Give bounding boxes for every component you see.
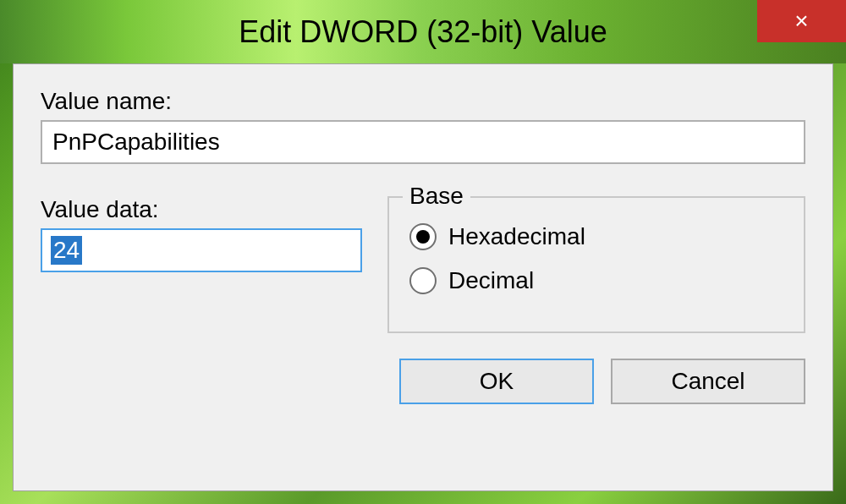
cancel-button[interactable]: Cancel [611, 359, 805, 404]
value-name-input[interactable] [41, 120, 805, 164]
radio-decimal[interactable]: Decimal [409, 267, 783, 294]
base-fieldset: Base Hexadecimal Decimal [387, 196, 805, 333]
radio-hexadecimal-label: Hexadecimal [448, 223, 585, 250]
close-button[interactable]: × [757, 0, 846, 42]
radio-hexadecimal[interactable]: Hexadecimal [409, 223, 783, 250]
radio-decimal-label: Decimal [448, 267, 534, 294]
titlebar[interactable]: Edit DWORD (32-bit) Value × [0, 0, 846, 63]
radio-circle-icon [409, 223, 437, 250]
radio-dot-icon [416, 230, 430, 244]
close-icon: × [794, 8, 808, 35]
dialog-title: Edit DWORD (32-bit) Value [239, 14, 607, 50]
button-row: OK Cancel [41, 359, 805, 404]
ok-button[interactable]: OK [399, 359, 594, 404]
dialog-content: Value name: Value data: 24 Base Hexadeci… [13, 63, 833, 491]
edit-dword-dialog: Edit DWORD (32-bit) Value × Value name: … [0, 0, 846, 504]
radio-circle-icon [409, 267, 437, 294]
value-data-label: Value data: [41, 196, 362, 223]
base-legend: Base [403, 183, 470, 210]
value-name-label: Value name: [41, 88, 805, 115]
value-data-input[interactable]: 24 [41, 228, 362, 272]
value-data-selected-text: 24 [51, 236, 82, 265]
